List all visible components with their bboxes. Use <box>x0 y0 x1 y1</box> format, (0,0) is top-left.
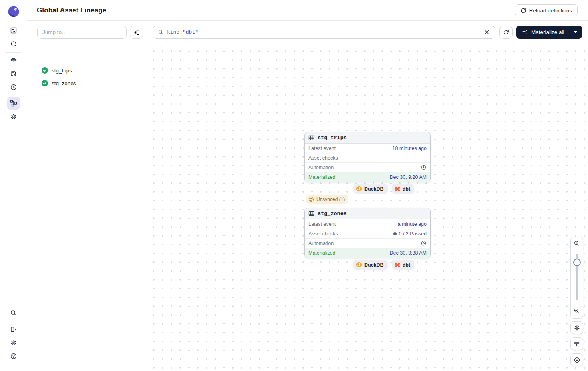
materialize-all-button[interactable]: Materialize all <box>516 29 569 36</box>
asset-node-name: stg_trips <box>318 135 347 141</box>
table-icon <box>308 211 314 217</box>
asset-list-item-stg-trips[interactable]: stg_trips <box>27 64 147 77</box>
asset-checks-row: Asset checks 0 / 2 Passed <box>305 229 430 239</box>
materialized-time-link[interactable]: Dec 30, 9:20 AM <box>390 174 427 180</box>
sidebar-item-jobs[interactable] <box>7 68 20 80</box>
sidebar-item-schedules[interactable] <box>7 81 20 94</box>
asset-list-item-stg-zones[interactable]: stg_zones <box>27 77 147 90</box>
reload-icon <box>520 8 526 14</box>
collapse-panel-icon <box>133 29 140 36</box>
panel-toolbar <box>27 21 147 43</box>
automation-row: Automation <box>305 239 430 248</box>
materialized-time-link[interactable]: Dec 30, 9:38 AM <box>390 250 427 256</box>
refresh-icon <box>503 29 509 36</box>
zoom-slider-thumb[interactable] <box>573 259 581 266</box>
page-title: Global Asset Lineage <box>37 6 106 14</box>
automation-clock-icon[interactable] <box>421 240 427 246</box>
search-icon <box>10 309 17 317</box>
nav-rail <box>0 0 27 371</box>
schedules-icon <box>10 84 17 91</box>
unsynced-badge[interactable]: Unsynced (1) <box>306 195 348 204</box>
gear-icon <box>574 325 580 331</box>
rail-search-button[interactable] <box>7 307 20 319</box>
asset-checks-link[interactable]: 0 / 2 Passed <box>393 231 427 237</box>
automation-clock-icon[interactable] <box>421 164 427 170</box>
asset-node-stg-trips[interactable]: stg_trips Latest event 18 minutes ago As… <box>304 132 431 182</box>
refresh-graph-button[interactable] <box>499 26 513 39</box>
chevron-down-icon <box>574 31 577 33</box>
unsynced-icon <box>308 197 314 202</box>
query-text: kind: "dbt" <box>167 29 482 35</box>
rail-divider <box>6 322 21 322</box>
clear-query-button[interactable] <box>482 28 491 37</box>
runs-icon <box>10 40 17 48</box>
help-icon <box>10 353 17 360</box>
materialized-check-icon <box>42 67 48 74</box>
graph-settings-button[interactable] <box>570 321 583 334</box>
reload-definitions-button[interactable]: Reload definitions <box>515 4 578 16</box>
jobs-icon <box>10 70 17 78</box>
expand-sidebar-button[interactable] <box>7 323 20 336</box>
gear-icon <box>10 339 17 347</box>
latest-event-link[interactable]: a minute ago <box>398 221 427 227</box>
graph-filters-button[interactable] <box>570 337 583 350</box>
tag-duckdb[interactable]: DuckDB <box>353 184 388 194</box>
asset-checks-row: Asset checks – <box>305 153 430 163</box>
zoom-control-panel <box>570 237 583 319</box>
help-button[interactable] <box>7 350 20 363</box>
rail-divider <box>6 52 21 53</box>
automation-row: Automation <box>305 163 430 172</box>
expand-panel-icon <box>10 326 17 333</box>
sidebar-item-lineage[interactable] <box>7 97 20 110</box>
lineage-viewport[interactable]: stg_trips Latest event 18 minutes ago As… <box>147 43 588 371</box>
materialized-check-icon <box>42 80 48 86</box>
asset-list-panel: stg_trips stg_zones <box>27 21 147 371</box>
overview-icon <box>10 27 17 34</box>
recenter-icon <box>574 357 580 363</box>
tag-dbt[interactable]: dbt <box>392 184 414 194</box>
duckdb-icon <box>356 186 362 192</box>
dbt-icon <box>395 186 400 192</box>
latest-event-row: Latest event a minute ago <box>305 219 430 229</box>
sidebar-item-overview[interactable] <box>7 24 20 37</box>
tag-dbt[interactable]: dbt <box>392 260 414 270</box>
asset-node-tags: DuckDB dbt <box>353 260 414 270</box>
asset-node-header: stg_trips <box>305 132 430 144</box>
dagster-logo[interactable] <box>6 5 21 19</box>
asset-node-tags: DuckDB dbt <box>353 184 414 194</box>
materialized-row: Materialized Dec 30, 9:20 AM <box>305 172 430 182</box>
zoom-out-button[interactable] <box>571 303 583 318</box>
asset-query-input[interactable]: kind: "dbt" <box>153 26 495 39</box>
latest-event-row: Latest event 18 minutes ago <box>305 144 430 153</box>
tag-duckdb[interactable]: DuckDB <box>353 260 388 270</box>
dbt-icon <box>395 262 400 268</box>
sidebar-item-runs[interactable] <box>7 38 20 50</box>
deployment-icon <box>10 56 17 64</box>
materialized-row: Materialized Dec 30, 9:38 AM <box>305 248 430 258</box>
latest-event-link[interactable]: 18 minutes ago <box>393 146 427 151</box>
app-header: Global Asset Lineage Reload definitions <box>27 0 588 21</box>
recenter-graph-button[interactable] <box>570 353 583 366</box>
canvas-toolbar: kind: "dbt" <box>147 21 588 43</box>
materialize-all-split-button: Materialize all <box>516 26 582 39</box>
zoom-in-button[interactable] <box>571 237 583 250</box>
zoom-in-icon <box>574 240 580 247</box>
sidebar-item-settings[interactable] <box>7 110 20 123</box>
user-settings-button[interactable] <box>7 337 20 349</box>
table-icon <box>308 135 314 141</box>
search-icon <box>158 29 164 35</box>
sidebar-item-deployment[interactable] <box>7 54 20 66</box>
gear-icon <box>10 113 17 120</box>
asset-node-stg-zones[interactable]: stg_zones Latest event a minute ago Asse… <box>304 208 431 258</box>
check-status-dot <box>393 232 397 235</box>
zoom-out-icon <box>574 308 580 314</box>
sliders-icon <box>574 341 580 347</box>
sparkles-icon <box>522 29 528 36</box>
materialize-options-button[interactable] <box>569 31 582 33</box>
collapse-panel-button[interactable] <box>130 26 143 39</box>
jump-to-input[interactable] <box>37 26 127 39</box>
asset-name: stg_zones <box>52 80 76 86</box>
lineage-canvas: kind: "dbt" <box>147 21 588 371</box>
lineage-icon <box>10 100 17 107</box>
asset-name: stg_trips <box>52 68 72 74</box>
